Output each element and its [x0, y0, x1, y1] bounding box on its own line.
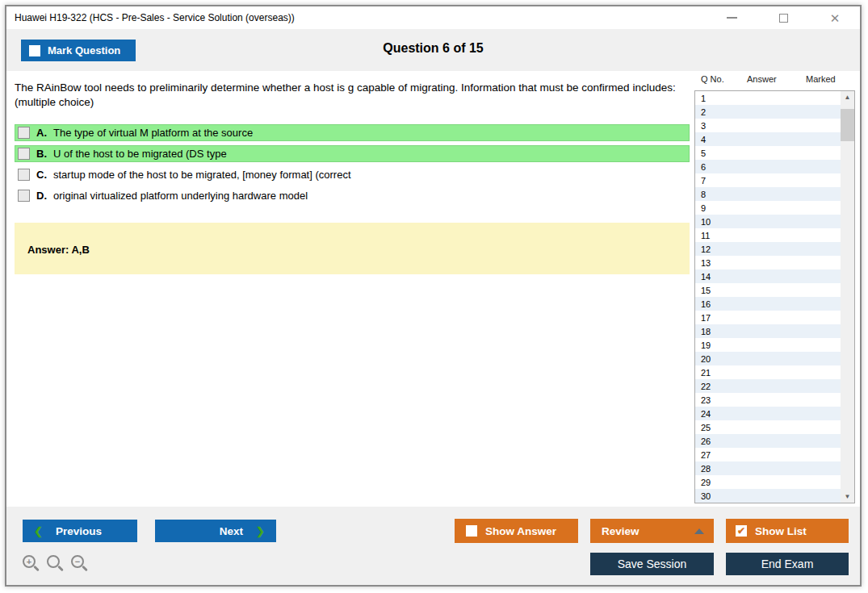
question-list-row[interactable]: 15 — [695, 283, 854, 297]
option-text: startup mode of the host to be migrated,… — [53, 169, 351, 181]
question-list-row[interactable]: 25 — [695, 420, 854, 434]
save-session-button[interactable]: Save Session — [590, 553, 714, 575]
question-list-row[interactable]: 8 — [695, 187, 854, 201]
end-exam-button[interactable]: End Exam — [726, 553, 849, 575]
question-list-row[interactable]: 10 — [695, 215, 854, 228]
question-list-row[interactable]: 3 — [695, 119, 854, 132]
question-list-row[interactable]: 22 — [695, 379, 854, 393]
question-list: 1 2 3 4 5 6 7 8 9 — [694, 90, 855, 503]
row-qno: 17 — [695, 313, 741, 323]
row-qno: 25 — [695, 423, 741, 432]
question-counter: Question 6 of 15 — [6, 41, 860, 56]
row-qno: 14 — [695, 272, 741, 282]
question-list-row[interactable]: 21 — [695, 365, 854, 379]
row-qno: 21 — [695, 368, 741, 378]
question-list-row[interactable]: 7 — [695, 173, 854, 187]
close-button[interactable]: ✕ — [824, 10, 845, 26]
zoom-reset-icon[interactable] — [47, 555, 60, 568]
previous-label: Previous — [56, 525, 102, 537]
option-checkbox[interactable] — [18, 169, 30, 181]
window-controls: ✕ — [721, 6, 845, 29]
zoom-out-icon[interactable]: − — [71, 555, 84, 568]
row-qno: 20 — [695, 354, 741, 364]
column-qno: Q No. — [701, 74, 724, 84]
previous-button[interactable]: ❮ Previous — [23, 520, 137, 542]
row-qno: 23 — [695, 395, 741, 405]
question-list-row[interactable]: 24 — [695, 407, 854, 420]
answer-option[interactable]: B. U of the host to be migrated (DS type — [15, 145, 690, 162]
question-list-row[interactable]: 2 — [695, 105, 854, 119]
question-list-row[interactable]: 30 — [695, 489, 854, 503]
question-list-row[interactable]: 13 — [695, 256, 854, 269]
question-list-row[interactable]: 5 — [695, 146, 854, 160]
close-icon: ✕ — [830, 12, 841, 24]
zoom-toolbar: + − — [23, 555, 84, 568]
row-qno: 15 — [695, 286, 741, 295]
minimize-icon — [727, 17, 737, 19]
question-list-row[interactable]: 23 — [695, 393, 854, 407]
next-button[interactable]: Next ❯ — [155, 520, 276, 542]
row-qno: 9 — [695, 203, 741, 213]
question-list-row[interactable]: 9 — [695, 201, 854, 215]
option-text: original virtualized platform underlying… — [53, 190, 308, 202]
row-qno: 18 — [695, 327, 741, 336]
question-list-row[interactable]: 14 — [695, 269, 854, 283]
show-list-label: Show List — [755, 525, 807, 537]
question-list-row[interactable]: 6 — [695, 160, 854, 173]
maximize-button[interactable] — [773, 10, 794, 26]
question-list-row[interactable]: 16 — [695, 297, 854, 311]
row-qno: 19 — [695, 340, 741, 350]
show-list-checkbox[interactable]: ✔ — [736, 525, 747, 537]
show-answer-button[interactable]: Show Answer — [455, 519, 578, 543]
question-list-row[interactable]: 1 — [695, 91, 854, 105]
answer-option[interactable]: D. original virtualized platform underly… — [15, 187, 690, 204]
row-qno: 24 — [695, 409, 741, 419]
chevron-left-icon: ❮ — [34, 525, 43, 537]
row-qno: 30 — [695, 491, 741, 501]
option-checkbox[interactable] — [18, 190, 30, 202]
question-list-panel: Q No. Answer Marked 1 2 3 4 5 6 — [694, 71, 855, 505]
question-list-scrollbar[interactable]: ▲ ▼ — [841, 91, 854, 503]
row-qno: 5 — [695, 148, 741, 158]
scrollbar-thumb[interactable] — [841, 109, 854, 141]
row-qno: 11 — [695, 231, 741, 240]
row-qno: 4 — [695, 135, 741, 144]
show-answer-checkbox[interactable] — [466, 525, 477, 537]
zoom-in-icon[interactable]: + — [23, 555, 36, 568]
question-text: The RAinBow tool needs to preliminarily … — [15, 81, 690, 110]
answer-option[interactable]: C. startup mode of the host to be migrat… — [15, 166, 690, 183]
exam-player-window: Huawei H19-322 (HCS - Pre-Sales - Servic… — [5, 5, 862, 587]
window-title: Huawei H19-322 (HCS - Pre-Sales - Servic… — [15, 12, 295, 23]
option-letter: A. — [36, 127, 47, 139]
question-list-row[interactable]: 11 — [695, 228, 854, 242]
row-qno: 27 — [695, 450, 741, 460]
scroll-down-arrow-icon[interactable]: ▼ — [841, 491, 854, 503]
question-pane: The RAinBow tool needs to preliminarily … — [13, 71, 693, 507]
question-list-row[interactable]: 17 — [695, 311, 854, 324]
question-list-row[interactable]: 19 — [695, 338, 854, 352]
question-list-row[interactable]: 12 — [695, 242, 854, 256]
scroll-up-arrow-icon[interactable]: ▲ — [841, 91, 854, 103]
question-list-row[interactable]: 29 — [695, 475, 854, 489]
row-qno: 7 — [695, 176, 741, 186]
row-qno: 29 — [695, 478, 741, 487]
show-list-button[interactable]: ✔ Show List — [726, 519, 849, 543]
row-qno: 3 — [695, 121, 741, 131]
row-qno: 22 — [695, 382, 741, 391]
row-qno: 16 — [695, 299, 741, 309]
question-list-row[interactable]: 28 — [695, 461, 854, 475]
question-list-row[interactable]: 27 — [695, 448, 854, 461]
row-qno: 13 — [695, 258, 741, 268]
review-dropdown-button[interactable]: Review — [590, 519, 714, 543]
question-list-row[interactable]: 18 — [695, 324, 854, 338]
minimize-button[interactable] — [721, 10, 742, 26]
option-checkbox[interactable] — [18, 127, 30, 139]
answer-option[interactable]: A. The type of virtual M platform at the… — [15, 124, 690, 141]
question-list-header: Q No. Answer Marked — [694, 74, 855, 89]
checkmark-icon: ✔ — [737, 526, 745, 536]
option-checkbox[interactable] — [18, 148, 30, 160]
question-list-row[interactable]: 4 — [695, 132, 854, 146]
title-bar: Huawei H19-322 (HCS - Pre-Sales - Servic… — [6, 6, 860, 29]
question-list-row[interactable]: 26 — [695, 434, 854, 448]
question-list-row[interactable]: 20 — [695, 352, 854, 365]
